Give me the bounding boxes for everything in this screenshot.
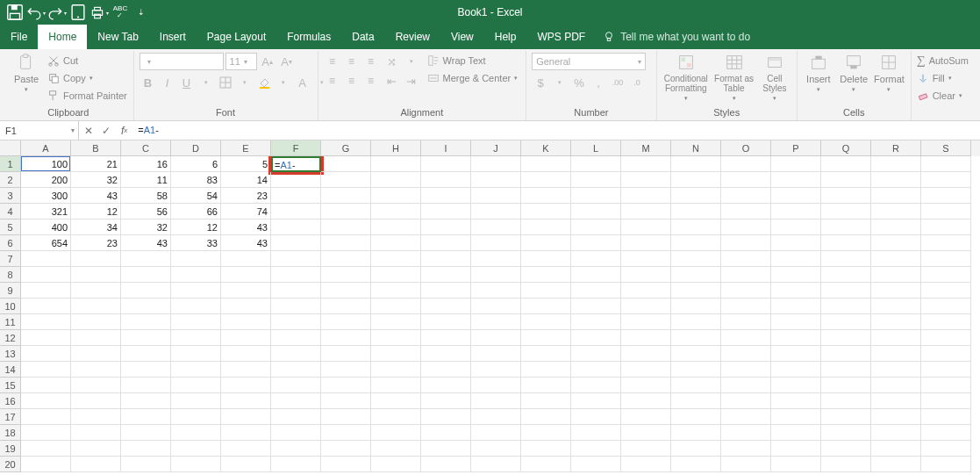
cell-R12[interactable] — [871, 330, 921, 346]
comma-button[interactable]: , — [590, 74, 607, 91]
cell-F19[interactable] — [271, 441, 321, 457]
cell-J17[interactable] — [471, 409, 521, 425]
cell-S13[interactable] — [921, 346, 971, 362]
select-all-corner[interactable] — [0, 140, 21, 156]
cell-Q3[interactable] — [821, 188, 871, 204]
font-name-combo[interactable]: ▾ — [139, 53, 224, 70]
cell-D6[interactable]: 33 — [171, 235, 221, 251]
cell-G4[interactable] — [321, 204, 371, 220]
cell-J14[interactable] — [471, 362, 521, 378]
cell-E14[interactable] — [221, 362, 271, 378]
cell-C19[interactable] — [121, 441, 171, 457]
cell-C17[interactable] — [121, 409, 171, 425]
delete-cells-button[interactable]: Delete▾ — [838, 53, 869, 93]
cell-M11[interactable] — [621, 314, 671, 330]
cell-F15[interactable] — [271, 378, 321, 393]
cell-K16[interactable] — [521, 393, 571, 409]
conditional-formatting-button[interactable]: Conditional Formatting▾ — [662, 53, 710, 102]
cell-E17[interactable] — [221, 409, 271, 425]
cell-F18[interactable] — [271, 425, 321, 441]
cell-I6[interactable] — [421, 235, 471, 251]
cell-E7[interactable] — [221, 251, 271, 267]
cell-J7[interactable] — [471, 251, 521, 267]
cell-Q11[interactable] — [821, 314, 871, 330]
cell-C8[interactable] — [121, 267, 171, 283]
cell-P20[interactable] — [771, 457, 821, 472]
decrease-indent-icon[interactable]: ⇤ — [383, 72, 401, 90]
currency-button[interactable]: $ — [532, 74, 549, 91]
cell-B5[interactable]: 34 — [71, 220, 121, 235]
cell-R19[interactable] — [871, 441, 921, 457]
cell-I17[interactable] — [421, 409, 471, 425]
format-as-table-button[interactable]: Format as Table▾ — [713, 53, 755, 102]
cell-E6[interactable]: 43 — [221, 235, 271, 251]
cell-G5[interactable] — [321, 220, 371, 235]
cell-R16[interactable] — [871, 393, 921, 409]
cell-H5[interactable] — [371, 220, 421, 235]
cell-E2[interactable]: 14 — [221, 172, 271, 188]
cell-R9[interactable] — [871, 283, 921, 299]
cell-J10[interactable] — [471, 299, 521, 314]
tell-me-search[interactable]: Tell me what you want to do — [603, 25, 750, 49]
cell-E3[interactable]: 23 — [221, 188, 271, 204]
cell-S16[interactable] — [921, 393, 971, 409]
cell-A15[interactable] — [21, 378, 71, 393]
column-header-B[interactable]: B — [71, 140, 121, 156]
cell-C18[interactable] — [121, 425, 171, 441]
cell-I18[interactable] — [421, 425, 471, 441]
cell-N14[interactable] — [671, 362, 721, 378]
cell-K9[interactable] — [521, 283, 571, 299]
column-header-L[interactable]: L — [571, 140, 621, 156]
column-header-G[interactable]: G — [321, 140, 371, 156]
decrease-decimal-icon[interactable]: .0 — [628, 74, 646, 91]
cell-F6[interactable] — [271, 235, 321, 251]
cell-L13[interactable] — [571, 346, 621, 362]
cell-K20[interactable] — [521, 457, 571, 472]
align-right-icon[interactable]: ≡ — [362, 72, 380, 90]
cell-L14[interactable] — [571, 362, 621, 378]
cell-C4[interactable]: 56 — [121, 204, 171, 220]
cell-I10[interactable] — [421, 299, 471, 314]
insert-cells-button[interactable]: Insert▾ — [803, 53, 834, 93]
tab-wps-pdf[interactable]: WPS PDF — [526, 25, 596, 49]
column-header-H[interactable]: H — [371, 140, 421, 156]
cell-S20[interactable] — [921, 457, 971, 472]
cell-D1[interactable]: 6 — [171, 156, 221, 172]
row-header-17[interactable]: 17 — [0, 409, 21, 425]
cell-G9[interactable] — [321, 283, 371, 299]
cell-A9[interactable] — [21, 283, 71, 299]
cell-H6[interactable] — [371, 235, 421, 251]
cell-A3[interactable]: 300 — [21, 188, 71, 204]
align-top-icon[interactable]: ≡ — [324, 53, 341, 70]
cell-A8[interactable] — [21, 267, 71, 283]
cell-styles-button[interactable]: Cell Styles▾ — [758, 53, 790, 102]
cell-B1[interactable]: 21 — [71, 156, 121, 172]
cell-O2[interactable] — [721, 172, 771, 188]
cell-E5[interactable]: 43 — [221, 220, 271, 235]
cell-D11[interactable] — [171, 314, 221, 330]
cell-Q10[interactable] — [821, 299, 871, 314]
cell-G8[interactable] — [321, 267, 371, 283]
cell-J16[interactable] — [471, 393, 521, 409]
cell-R7[interactable] — [871, 251, 921, 267]
format-painter-button[interactable]: Format Painter — [47, 88, 127, 104]
column-header-A[interactable]: A — [21, 140, 71, 156]
cell-K13[interactable] — [521, 346, 571, 362]
cell-C1[interactable]: 16 — [121, 156, 171, 172]
cell-P17[interactable] — [771, 409, 821, 425]
percent-button[interactable]: % — [570, 74, 588, 91]
cell-S1[interactable] — [921, 156, 971, 172]
cell-N19[interactable] — [671, 441, 721, 457]
cell-D19[interactable] — [171, 441, 221, 457]
cell-D15[interactable] — [171, 378, 221, 393]
column-header-N[interactable]: N — [671, 140, 721, 156]
cell-D14[interactable] — [171, 362, 221, 378]
bold-button[interactable]: B — [139, 74, 157, 91]
cell-A16[interactable] — [21, 393, 71, 409]
cell-C16[interactable] — [121, 393, 171, 409]
cell-C7[interactable] — [121, 251, 171, 267]
cell-B14[interactable] — [71, 362, 121, 378]
row-header-6[interactable]: 6 — [0, 235, 21, 251]
cell-M3[interactable] — [621, 188, 671, 204]
cell-A12[interactable] — [21, 330, 71, 346]
